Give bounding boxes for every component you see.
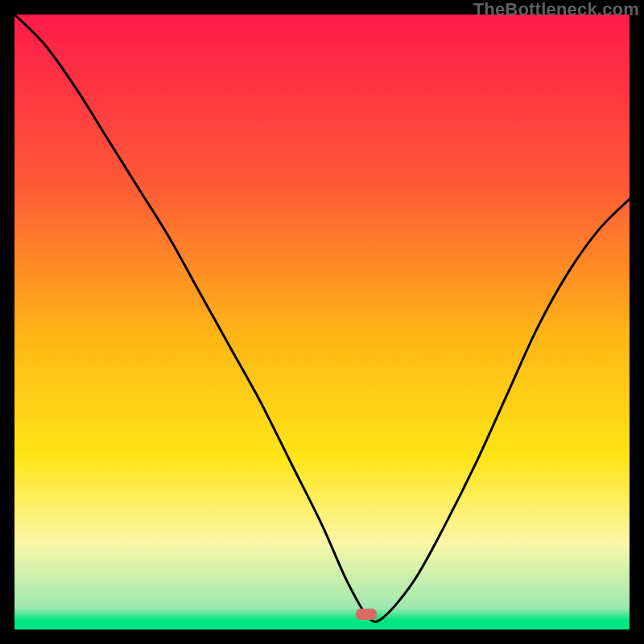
heat-gradient-background	[14, 14, 630, 630]
plot-area	[14, 14, 630, 630]
watermark-text: TheBottleneck.com	[473, 0, 639, 20]
optimum-marker	[356, 609, 377, 620]
chart-container: TheBottleneck.com	[0, 0, 644, 644]
